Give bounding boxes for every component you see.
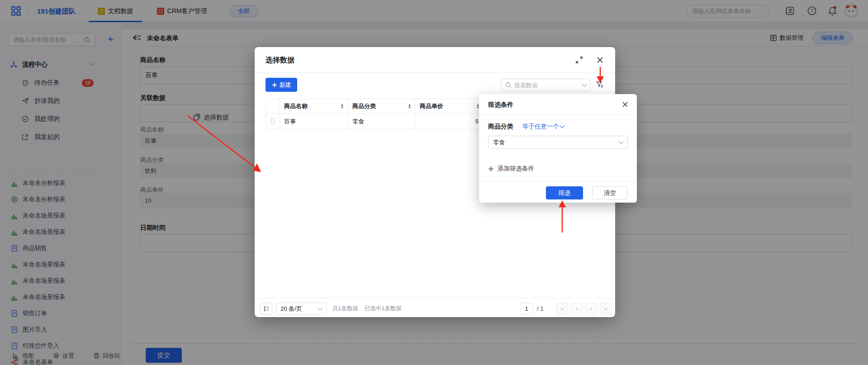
add-filter-condition-button[interactable]: 添加筛选条件: [488, 165, 534, 173]
popup-divider: [479, 114, 637, 115]
selected-count-text: 已选中1条数据: [365, 305, 402, 313]
page: 191创建团队 文档数据 CRM客户管理 全部 ?: [0, 0, 868, 365]
sort-icon[interactable]: ▲▼: [408, 104, 411, 109]
expand-icon[interactable]: [575, 56, 583, 64]
filter-operator-dropdown[interactable]: 等于任意一个: [522, 123, 564, 131]
page-total-text: / 1: [537, 303, 543, 315]
filter-popup-title: 筛选条件: [488, 101, 513, 109]
pagination-summary: 共1条数据 已选中1条数据: [332, 303, 402, 315]
filter-popup: 筛选条件 商品分类 等于任意一个 零食 添加筛选条件 筛选 清空: [479, 94, 637, 203]
chevron-down-icon: [582, 81, 587, 86]
filter-operator-label: 等于任意一个: [522, 123, 559, 131]
filter-value-select[interactable]: 零食: [488, 136, 628, 149]
modal-search[interactable]: [501, 79, 590, 91]
column-header[interactable]: 商品名称▲▼: [280, 99, 348, 114]
search-icon: [505, 82, 512, 88]
new-record-label: 新建: [280, 81, 291, 89]
plus-icon: [272, 82, 277, 88]
plus-icon: [488, 166, 494, 172]
modal-title: 选择数据: [266, 56, 294, 65]
row-height-button[interactable]: [260, 303, 272, 315]
last-page-button[interactable]: »: [600, 303, 612, 315]
modal-search-input[interactable]: [514, 82, 580, 89]
column-header[interactable]: 商品单价▲▼: [415, 99, 484, 114]
page-size-value: 20 条/页: [280, 305, 302, 313]
page-number-input[interactable]: 1: [520, 303, 533, 315]
row-height-icon: [263, 305, 270, 312]
clear-filter-button[interactable]: 清空: [592, 186, 628, 199]
chevron-down-icon: [560, 123, 564, 128]
radio-button[interactable]: [270, 118, 275, 125]
close-icon[interactable]: [622, 101, 628, 108]
modal-footer-divider: [255, 298, 615, 298]
close-icon[interactable]: [596, 56, 604, 64]
filter-value: 零食: [493, 138, 505, 147]
page-size-select[interactable]: 20 条/页: [276, 303, 327, 315]
filter-field-label: 商品分类: [488, 123, 513, 131]
select-all-cell: [266, 99, 280, 114]
chevron-down-icon: [318, 305, 323, 310]
new-record-button[interactable]: 新建: [266, 78, 297, 92]
sort-icon[interactable]: ▲▼: [341, 104, 344, 109]
cell-product-category: 零食: [348, 114, 415, 129]
first-page-button[interactable]: «: [556, 303, 568, 315]
column-header[interactable]: 商品分类▲▼: [348, 99, 415, 114]
add-condition-label: 添加筛选条件: [498, 165, 534, 173]
cell-product-price: 5: [415, 114, 484, 129]
modal-header-divider: [255, 72, 615, 73]
row-select-cell[interactable]: [266, 114, 280, 129]
next-page-button[interactable]: ›: [585, 303, 597, 315]
total-count-text: 共1条数据: [332, 305, 358, 313]
popup-divider: [479, 181, 637, 181]
prev-page-button[interactable]: ‹: [571, 303, 583, 315]
filter-funnel-icon[interactable]: [596, 81, 604, 89]
apply-filter-button[interactable]: 筛选: [546, 186, 583, 199]
cell-product-name: 百事: [280, 114, 348, 129]
chevron-down-icon: [618, 139, 623, 144]
